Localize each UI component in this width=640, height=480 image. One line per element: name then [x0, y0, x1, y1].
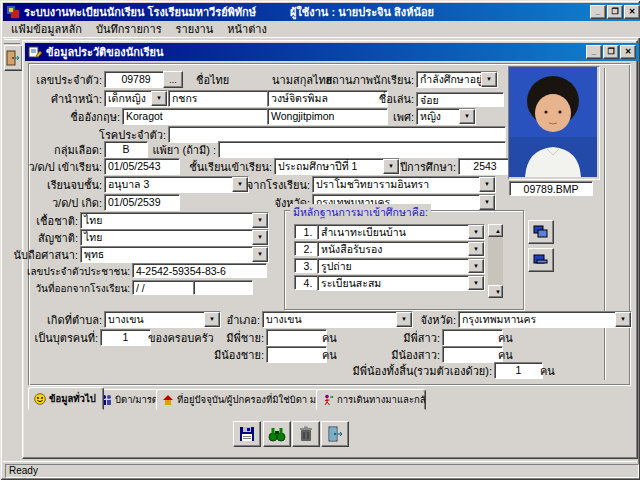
menu-reports[interactable]: รายงาน — [176, 20, 214, 38]
birth-date-field[interactable]: 01/05/2539 — [104, 194, 180, 211]
blood-group-label: กลุ่มเลือด: — [54, 144, 102, 156]
total-siblings-label: มีพี่น้องทั้งสิ้น(รวมตัวเองด้วย): — [353, 365, 492, 377]
documents-scrollbar[interactable]: ▲ ▼ — [488, 224, 503, 298]
dropdown-arrow-icon[interactable]: ▼ — [232, 177, 248, 192]
toolbar-grip[interactable] — [4, 39, 20, 44]
gender-select[interactable]: หญิง▼ — [416, 108, 476, 125]
drug-allergy-label: แพ้ยา (ถ้ามี) : — [152, 144, 216, 156]
dropdown-arrow-icon[interactable]: ▼ — [383, 159, 399, 174]
older-sister-field[interactable] — [442, 329, 503, 346]
tab-travel[interactable]: การเดินทางมาและกลับบ้าน — [316, 389, 426, 410]
previous-school-select[interactable]: ปราโมชวิทยารามอินทรา▼ — [312, 176, 496, 193]
birth-subdistrict-select[interactable]: บางเขน▼ — [104, 311, 221, 328]
dropdown-arrow-icon[interactable]: ▼ — [615, 312, 631, 327]
add-document-button[interactable] — [528, 220, 554, 244]
dropdown-arrow-icon[interactable]: ▼ — [252, 230, 268, 245]
dropdown-arrow-icon[interactable]: ▼ — [468, 225, 484, 239]
previous-school-value: ปราโมชวิทยารามอินทรา — [313, 177, 479, 192]
dropdown-arrow-icon[interactable]: ▼ — [468, 259, 484, 273]
dropdown-arrow-icon[interactable]: ▼ — [468, 276, 484, 290]
search-button[interactable] — [263, 421, 291, 447]
tab-general[interactable]: ข้อมูลทั่วไป — [28, 387, 104, 410]
dropdown-arrow-icon[interactable]: ▼ — [151, 91, 167, 106]
student-photo — [508, 66, 600, 180]
older-brother-label: มีพี่ชาย: — [226, 332, 264, 344]
finished-class-select[interactable]: อนุบาล 3▼ — [104, 176, 249, 193]
document-select-2[interactable]: หนังสือรับรอง▼ — [317, 241, 485, 257]
birth-province-select[interactable]: กรุงเทพมหานคร▼ — [458, 311, 632, 328]
religion-select[interactable]: พุทธ▼ — [80, 246, 269, 263]
dropdown-arrow-icon[interactable]: ▼ — [396, 312, 412, 327]
english-first-name-field[interactable]: Koragot — [122, 108, 273, 125]
blood-group-field[interactable]: B — [104, 141, 148, 158]
child-minimize-button[interactable]: _ — [586, 45, 602, 59]
remove-list-icon — [533, 253, 549, 267]
child-restore-button[interactable]: ❐ — [603, 45, 619, 59]
tab-label: การเดินทางมาและกลับบ้าน — [337, 392, 426, 407]
browse-student-button[interactable]: ... — [163, 71, 183, 88]
door-exit-icon — [327, 426, 343, 442]
menu-window[interactable]: หน้าต่าง — [227, 20, 267, 38]
dropdown-arrow-icon[interactable]: ▼ — [252, 213, 268, 228]
admission-date-field[interactable]: 01/05/2543 — [104, 158, 180, 175]
minimize-button[interactable]: _ — [590, 5, 606, 19]
close-button[interactable]: ✕ — [624, 5, 640, 19]
restore-button[interactable]: ❐ — [607, 5, 623, 19]
birth-district-select[interactable]: บางเขน▼ — [262, 311, 413, 328]
student-status-select[interactable]: กำลังศึกษาอยู่▼ — [416, 71, 498, 88]
younger-sister-label: มีน้องสาว: — [391, 349, 440, 361]
dropdown-arrow-icon[interactable]: ▼ — [459, 109, 475, 124]
dropdown-arrow-icon[interactable]: ▼ — [252, 247, 268, 262]
dropdown-arrow-icon[interactable]: ▼ — [479, 177, 495, 192]
remove-document-button[interactable] — [528, 248, 554, 272]
thai-surname-header: นามสกุลไทย — [272, 74, 332, 86]
exit-toolbar-button[interactable] — [4, 45, 23, 71]
total-siblings-field[interactable]: 1 — [494, 362, 543, 379]
document-select-4[interactable]: ระเบียนสะสม▼ — [317, 275, 485, 291]
prefix-select[interactable]: เด็กหญิง▼ — [104, 90, 168, 107]
leave-date-extra-field[interactable] — [193, 280, 253, 295]
younger-sister-field[interactable] — [442, 346, 503, 363]
dropdown-arrow-icon[interactable]: ▼ — [481, 72, 497, 87]
tab-guardian-address[interactable]: ที่อยู่ปัจจุบัน/ผู้ปกครองที่มิใช่บิดา มา… — [156, 389, 326, 410]
citizen-id-field[interactable]: 4-2542-59354-83-6 — [132, 263, 267, 278]
younger-brother-field[interactable] — [266, 346, 327, 363]
thai-last-name-field[interactable]: วงษ์จิตรพิมล — [267, 90, 388, 107]
leave-date-field[interactable]: / / — [132, 280, 197, 295]
child-close-button[interactable]: ✕ — [620, 45, 636, 59]
academic-year-label: ปีการศึกษา: — [400, 161, 456, 173]
save-button[interactable] — [233, 421, 261, 447]
trash-icon — [299, 426, 313, 442]
dropdown-arrow-icon[interactable]: ▼ — [468, 242, 484, 256]
scroll-up-icon[interactable]: ▲ — [488, 224, 503, 237]
menu-master-data[interactable]: แฟ้มข้อมูลหลัก — [11, 20, 82, 38]
exit-button[interactable] — [321, 421, 349, 447]
prefix-value: เด็กหญิง — [105, 91, 151, 106]
older-brother-field[interactable] — [266, 329, 327, 346]
document-select-3[interactable]: รูปถ่าย▼ — [317, 258, 485, 274]
delete-button[interactable] — [292, 421, 320, 447]
admission-class-value: ประถมศึกษาปีที่ 1 — [275, 159, 383, 174]
prefix-label: คำนำหน้า: — [51, 93, 102, 105]
drug-allergy-field[interactable] — [218, 141, 506, 158]
ethnicity-select[interactable]: ไทย▼ — [80, 212, 269, 229]
scroll-down-icon[interactable]: ▼ — [488, 285, 503, 298]
academic-year-field[interactable]: 2543 — [458, 158, 512, 175]
student-id-field[interactable]: 09789 — [104, 71, 168, 88]
birth-province-label: จังหวัด: — [421, 314, 456, 326]
child-titlebar: ข้อมูลประวัติของนักเรียน _ ❐ ✕ — [25, 43, 639, 61]
dropdown-arrow-icon[interactable]: ▼ — [479, 195, 495, 210]
document-select-1[interactable]: สำเนาทะเบียนบ้าน▼ — [317, 224, 485, 240]
nickname-field[interactable]: จ๋อย — [416, 92, 504, 107]
admission-class-select[interactable]: ประถมศึกษาปีที่ 1▼ — [274, 158, 400, 175]
child-order-field[interactable]: 1 — [100, 329, 151, 346]
dropdown-arrow-icon[interactable]: ▼ — [204, 312, 220, 327]
english-last-name-field[interactable]: Wongjitpimon — [267, 108, 388, 125]
leave-date-label: วันที่ออกจากโรงเรียน: — [35, 283, 130, 295]
menu-record-entry[interactable]: บันทึกรายการ — [96, 20, 162, 38]
floppy-disk-icon — [239, 426, 255, 442]
documents-group-label: มีหลักฐานการมาเข้าศึกษาคือ: — [290, 204, 431, 221]
thai-first-name-field[interactable]: กชกร — [168, 90, 273, 107]
tab-label: ที่อยู่ปัจจุบัน/ผู้ปกครองที่มิใช่บิดา มา… — [177, 392, 326, 407]
nationality-select[interactable]: ไทย▼ — [80, 229, 269, 246]
